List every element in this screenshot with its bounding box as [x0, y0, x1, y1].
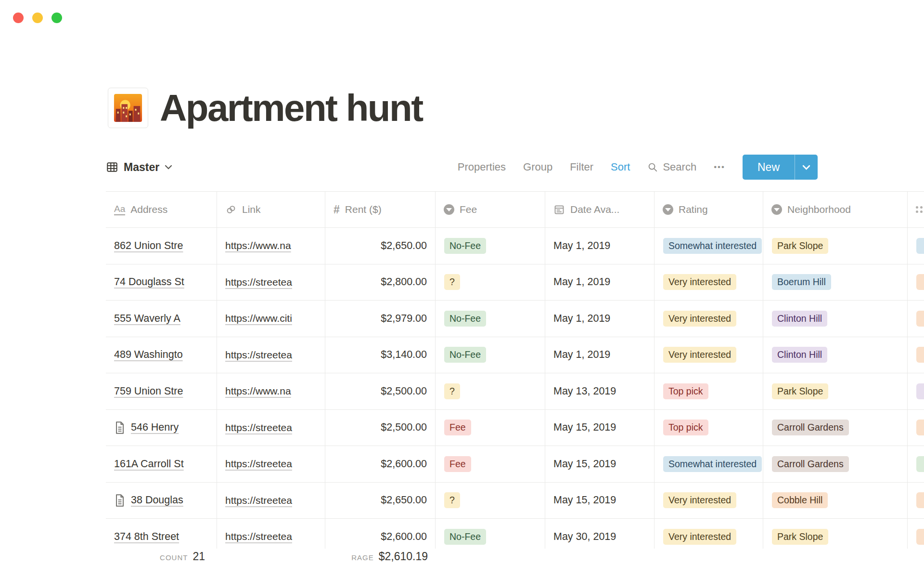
rating-cell[interactable]: Very interested — [654, 337, 763, 373]
column-header-neighborhood[interactable]: Neighborhood — [763, 192, 908, 227]
fee-cell[interactable]: ? — [436, 373, 545, 409]
link-text[interactable]: https://streetea — [225, 276, 292, 288]
rating-cell[interactable]: Top pick — [654, 373, 763, 409]
more-options-button[interactable]: ••• — [714, 162, 725, 172]
view-switcher[interactable]: Master — [106, 161, 172, 174]
neighborhood-cell[interactable]: Clinton Hill — [763, 301, 908, 337]
page-title[interactable]: Apartment hunt — [160, 88, 423, 128]
link-cell[interactable]: https://streetea — [217, 337, 325, 373]
address-cell[interactable]: 555 Waverly A — [106, 301, 217, 337]
link-text[interactable]: https://streetea — [225, 495, 292, 506]
properties-button[interactable]: Properties — [458, 161, 506, 173]
neighborhood-cell[interactable]: Park Slope — [763, 228, 908, 264]
new-record-button[interactable]: New — [743, 155, 818, 180]
date-available-cell[interactable]: May 1, 2019 — [545, 337, 654, 373]
link-cell[interactable]: https://streetea — [217, 264, 325, 301]
filter-button[interactable]: Filter — [570, 161, 593, 173]
link-text[interactable]: https://streetea — [225, 458, 292, 470]
neighborhood-cell[interactable]: Carroll Gardens — [763, 410, 908, 446]
date-available-cell[interactable]: May 30, 2019 — [545, 519, 654, 549]
new-button-dropdown[interactable] — [795, 155, 818, 180]
address-cell[interactable]: 374 8th Street — [106, 519, 217, 549]
rent-cell[interactable]: $2,650.00 — [325, 483, 436, 519]
rent-cell[interactable]: $2,800.00 — [325, 264, 436, 301]
address-cell[interactable]: 489 Washingto — [106, 337, 217, 373]
link-cell[interactable]: https://streetea — [217, 483, 325, 519]
link-cell[interactable]: https://www.na — [217, 373, 325, 409]
fee-cell[interactable]: ? — [436, 483, 545, 519]
rent-cell[interactable]: $2,500.00 — [325, 410, 436, 446]
date-available-cell[interactable]: May 15, 2019 — [545, 410, 654, 446]
rent-cell[interactable]: $3,140.00 — [325, 337, 436, 373]
extra-cell[interactable] — [908, 264, 924, 301]
neighborhood-cell[interactable]: Clinton Hill — [763, 337, 908, 373]
link-text[interactable]: https://www.na — [225, 240, 291, 251]
search-button[interactable]: Search — [647, 161, 696, 173]
rent-cell[interactable]: $2,500.00 — [325, 373, 436, 409]
date-available-cell[interactable]: May 15, 2019 — [545, 483, 654, 519]
neighborhood-cell[interactable]: Carroll Gardens — [763, 446, 908, 482]
link-text[interactable]: https://www.na — [225, 385, 291, 397]
column-header-rent[interactable]: # Rent ($) — [325, 192, 436, 227]
column-header-link[interactable]: Link — [217, 192, 325, 227]
neighborhood-cell[interactable]: Park Slope — [763, 373, 908, 409]
group-button[interactable]: Group — [523, 161, 552, 173]
fee-cell[interactable]: No-Fee — [436, 228, 545, 264]
extra-cell[interactable] — [908, 483, 924, 519]
rating-cell[interactable]: Very interested — [654, 264, 763, 301]
zoom-window-button[interactable] — [51, 13, 62, 23]
neighborhood-cell[interactable]: Cobble Hill — [763, 483, 908, 519]
fee-cell[interactable]: Fee — [436, 410, 545, 446]
rating-cell[interactable]: Somewhat interested — [654, 228, 763, 264]
column-header-rating[interactable]: Rating — [654, 192, 763, 227]
link-text[interactable]: https://streetea — [225, 422, 292, 434]
link-cell[interactable]: https://www.na — [217, 228, 325, 264]
extra-cell[interactable] — [908, 337, 924, 373]
link-text[interactable]: https://streetea — [225, 531, 292, 542]
page-emoji-cityscape-sunset[interactable] — [108, 88, 148, 128]
date-available-cell[interactable]: May 1, 2019 — [545, 301, 654, 337]
date-available-cell[interactable]: May 1, 2019 — [545, 228, 654, 264]
link-cell[interactable]: https://streetea — [217, 519, 325, 549]
address-cell[interactable]: 74 Douglass St — [106, 264, 217, 301]
rent-cell[interactable]: $2,650.00 — [325, 228, 436, 264]
address-cell[interactable]: 546 Henry — [106, 410, 217, 446]
column-header-extra[interactable] — [908, 192, 924, 227]
column-header-address[interactable]: Aa Address — [106, 192, 217, 227]
rent-cell[interactable]: $2,600.00 — [325, 446, 436, 482]
address-cell[interactable]: 161A Carroll St — [106, 446, 217, 482]
neighborhood-cell[interactable]: Boerum Hill — [763, 264, 908, 301]
rent-cell[interactable]: $2,979.00 — [325, 301, 436, 337]
extra-cell[interactable] — [908, 410, 924, 446]
extra-cell[interactable] — [908, 301, 924, 337]
address-cell[interactable]: 862 Union Stre — [106, 228, 217, 264]
column-header-date-available[interactable]: Date Ava... — [545, 192, 654, 227]
close-window-button[interactable] — [13, 13, 24, 23]
rating-cell[interactable]: Very interested — [654, 519, 763, 549]
date-available-cell[interactable]: May 1, 2019 — [545, 264, 654, 301]
neighborhood-cell[interactable]: Park Slope — [763, 519, 908, 549]
rating-cell[interactable]: Top pick — [654, 410, 763, 446]
link-text[interactable]: https://streetea — [225, 349, 292, 361]
extra-cell[interactable] — [908, 373, 924, 409]
link-cell[interactable]: https://streetea — [217, 446, 325, 482]
fee-cell[interactable]: No-Fee — [436, 301, 545, 337]
fee-cell[interactable]: Fee — [436, 446, 545, 482]
extra-cell[interactable] — [908, 228, 924, 264]
link-text[interactable]: https://www.citi — [225, 313, 292, 324]
link-cell[interactable]: https://streetea — [217, 410, 325, 446]
minimize-window-button[interactable] — [32, 13, 43, 23]
extra-cell[interactable] — [908, 446, 924, 482]
rating-cell[interactable]: Very interested — [654, 483, 763, 519]
column-header-fee[interactable]: Fee — [436, 192, 545, 227]
fee-cell[interactable]: No-Fee — [436, 337, 545, 373]
address-cell[interactable]: 759 Union Stre — [106, 373, 217, 409]
fee-cell[interactable]: ? — [436, 264, 545, 301]
address-cell[interactable]: 38 Douglas — [106, 483, 217, 519]
rent-cell[interactable]: $2,600.00 — [325, 519, 436, 549]
new-button-label[interactable]: New — [743, 155, 795, 180]
count-aggregate[interactable]: COUNT 21 — [106, 550, 217, 571]
sort-button[interactable]: Sort — [611, 161, 630, 173]
extra-cell[interactable] — [908, 519, 924, 549]
date-available-cell[interactable]: May 13, 2019 — [545, 373, 654, 409]
